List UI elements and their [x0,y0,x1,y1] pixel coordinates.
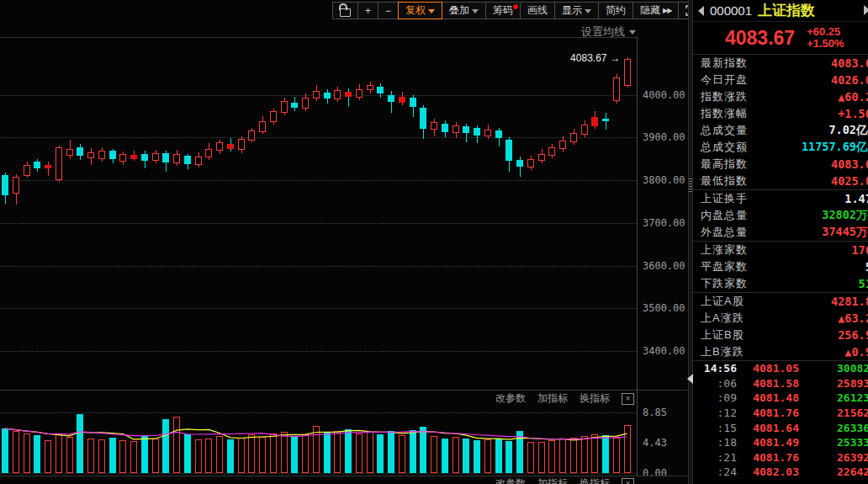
candle-body [334,90,341,98]
quote-value: 1768 [748,243,868,257]
candle-body [302,98,309,109]
quote-value: ▲0.96 [744,345,868,359]
volume-bar [195,439,202,473]
candle-body [2,175,8,195]
y-axis-label: 4000.00 [643,89,685,101]
volume-bar [109,438,116,473]
candle-body [119,154,126,162]
tick-volume: 300827 [812,362,868,375]
price-change-pct: +1.50% [807,38,844,50]
last-price: 4083.67 [725,27,795,50]
quote-label: 最新指数 [701,56,748,71]
tick-time: :06 [693,377,737,390]
volume-bar [227,439,234,473]
toolbar-button-label: 简约 [606,3,626,18]
next-stock-icon[interactable] [864,5,868,15]
quote-value: 1.47% [748,192,868,205]
tick-price: 4082.03 [737,465,812,478]
gridline [0,351,637,352]
quote-value: 4083.67 [748,157,868,171]
quote-label: 指数涨幅 [701,106,748,121]
quote-row: 平盘家数59 [693,258,868,275]
candle-body [141,154,148,161]
tick-time: :21 [693,451,737,464]
volume-axis-label: 8.85 [643,407,667,418]
candle-body [98,151,105,159]
candle-body [34,162,40,168]
candle-body [227,144,234,150]
quote-label: 最低指数 [701,173,748,189]
volume-bar [24,433,30,473]
toolbar-button-label: 筹码 [493,3,513,18]
time-sales-list[interactable]: 14:564081.05300827:064081.58258933:09408… [693,361,868,480]
candle-body [399,97,405,103]
quote-row: 最新指数4083.67 [693,55,868,72]
candle-body [248,130,255,141]
candle-body [281,101,288,113]
volume-bar [420,427,426,473]
panel-link-换指标[interactable]: 换指标 [580,391,610,406]
toolbar-button-unlock[interactable] [332,2,358,19]
notification-dot-icon [513,4,518,9]
kline-chart-panel[interactable]: 4000.003900.003800.003700.003600.003500.… [0,0,688,484]
volume-bar [345,429,352,473]
toolbar-button-hide[interactable]: 隐藏▶▶ [632,2,679,19]
panel-link-换指标[interactable]: 换指标 [580,476,610,484]
toolbar-button-draw-line[interactable]: 画线 [520,2,555,19]
toolbar-button-display[interactable]: 显示 [554,2,599,19]
tick-row: :154081.64263362 [693,420,868,435]
volume-bar [270,433,277,473]
candle-body [410,98,416,107]
candle-body [453,125,459,133]
volume-bar [442,439,448,473]
quote-group: 上证A股4281.83上A涨跌▲63.23上证B股256.99上B涨跌▲0.96 [693,293,868,361]
quote-value: 4026.02 [748,73,868,87]
collapse-panel-icon[interactable] [687,374,693,384]
tick-time: :15 [693,422,737,434]
toolbar-button-zoom-out[interactable]: − [378,2,399,19]
prev-stock-icon[interactable] [698,6,704,16]
volume-bar [216,436,223,473]
quote-label: 今日开盘 [701,72,748,88]
volume-bar [505,441,512,473]
quote-group: 上证换手1.47%内盘总量32802万手外盘总量37445万手 [693,190,868,242]
y-axis-label: 3700.00 [643,217,685,229]
panel-link-改参数[interactable]: 改参数 [495,476,526,484]
candle-body [377,87,384,93]
volume-bar [173,417,180,473]
quote-value: 32802万手 [748,208,868,223]
volume-bar [463,439,469,473]
volume-gridline [0,412,637,413]
quote-row: 总成交额11757.69亿元 [693,139,868,156]
candle-body [77,147,83,155]
panel-link-加指标[interactable]: 加指标 [537,476,568,484]
panel-link-改参数[interactable]: 改参数 [495,391,526,406]
tick-row: :124081.76215626 [693,406,868,421]
close-indicator-icon[interactable]: × [622,393,634,405]
volume-bar [570,438,577,473]
toolbar-button-overlay[interactable]: 叠加 [442,2,486,19]
close-indicator-icon[interactable]: × [622,478,634,484]
toolbar-button-zoom-in[interactable]: + [357,2,378,19]
last-price-annotation: 4083.67 → [570,52,620,64]
toolbar-button-label: − [385,5,391,17]
chevron-down-icon [428,9,435,13]
volume-bar [367,432,373,473]
panel-link-加指标[interactable]: 加指标 [537,391,568,406]
toolbar: +−复权叠加筹码画线显示简约隐藏▶▶ [333,2,704,19]
divider-grip-icon[interactable] [689,178,692,192]
candle-body [259,121,266,132]
toolbar-button-simple-mode[interactable]: 简约 [598,2,633,19]
gridline [0,223,637,224]
quote-label: 下跌家数 [701,276,748,291]
quote-label: 总成交额 [701,140,748,155]
quote-value: 4281.83 [744,295,868,308]
quote-value: 513 [748,277,868,290]
candle-body [109,151,116,159]
volume-bar [184,434,191,473]
candle-body [152,153,159,161]
tick-row: :244082.03226426 [693,465,868,480]
toolbar-button-adjust-mode[interactable]: 复权 [398,2,442,19]
toolbar-button-chips[interactable]: 筹码 [485,2,521,19]
annotation-arrow-icon: → [611,52,621,64]
